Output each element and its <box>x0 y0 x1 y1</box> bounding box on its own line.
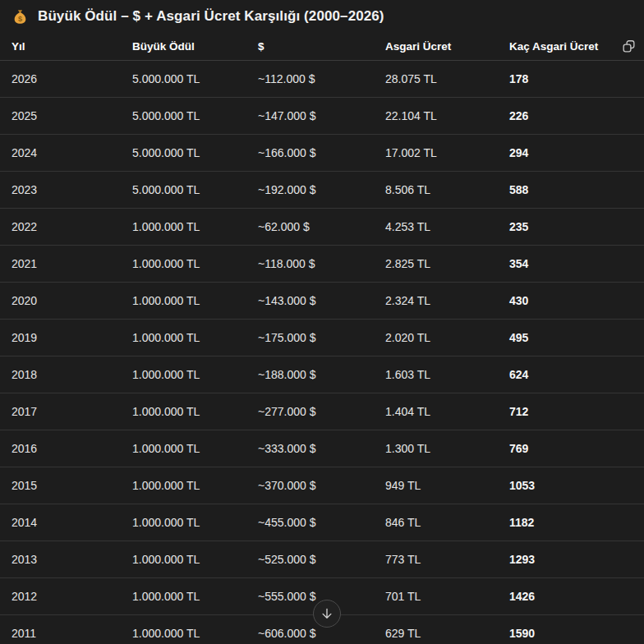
cell-ratio: 178 <box>509 60 644 97</box>
cell-year: 2018 <box>0 356 132 393</box>
cell-ratio: 1182 <box>509 504 644 540</box>
cell-year: 2026 <box>0 60 132 97</box>
cell-year: 2025 <box>0 97 132 134</box>
scroll-to-bottom-button[interactable] <box>313 600 341 628</box>
cell-year: 2024 <box>0 134 132 171</box>
cell-prize: 1.000.000 TL <box>132 393 258 430</box>
table-row: 2017 1.000.000 TL ~277.000 $ 1.404 TL 71… <box>0 393 644 430</box>
copy-table-button[interactable] <box>619 37 637 55</box>
cell-prize: 5.000.000 TL <box>132 97 258 134</box>
cell-prize: 1.000.000 TL <box>132 319 258 356</box>
cell-ratio: 235 <box>509 208 644 245</box>
cell-year: 2023 <box>0 171 132 208</box>
table-row: 2022 1.000.000 TL ~62.000 $ 4.253 TL 235 <box>0 208 644 245</box>
cell-year: 2014 <box>0 504 132 540</box>
cell-usd: ~118.000 $ <box>258 245 385 282</box>
header-row: Yıl Büyük Ödül $ Asgari Ücret Kaç Asgari… <box>0 33 644 60</box>
cell-ratio: 624 <box>509 356 644 393</box>
cell-ratio: 226 <box>509 97 644 134</box>
cell-ratio: 588 <box>509 171 644 208</box>
money-bag-icon: $ <box>12 8 29 25</box>
table-row: 2026 5.000.000 TL ~112.000 $ 28.075 TL 1… <box>0 60 644 97</box>
cell-min-wage: 1.404 TL <box>385 393 509 430</box>
cell-min-wage: 1.603 TL <box>385 356 509 393</box>
cell-ratio: 769 <box>509 430 644 467</box>
cell-usd: ~62.000 $ <box>258 208 385 245</box>
table-row: 2015 1.000.000 TL ~370.000 $ 949 TL 1053 <box>0 467 644 504</box>
cell-usd: ~277.000 $ <box>258 393 385 430</box>
table-row: 2016 1.000.000 TL ~333.000 $ 1.300 TL 76… <box>0 430 644 467</box>
cell-year: 2015 <box>0 467 132 504</box>
cell-year: 2017 <box>0 393 132 430</box>
cell-min-wage: 629 TL <box>385 614 509 644</box>
cell-min-wage: 28.075 TL <box>385 60 509 97</box>
cell-year: 2022 <box>0 208 132 245</box>
cell-usd: ~112.000 $ <box>258 60 385 97</box>
table-title: Büyük Ödül – $ + Asgari Ücret Karşılığı … <box>38 8 384 25</box>
cell-year: 2020 <box>0 282 132 319</box>
cell-min-wage: 4.253 TL <box>385 208 509 245</box>
table-title-bar: $ Büyük Ödül – $ + Asgari Ücret Karşılığ… <box>0 0 644 33</box>
column-header-usd: $ <box>258 33 385 60</box>
cell-prize: 5.000.000 TL <box>132 134 258 171</box>
cell-min-wage: 8.506 TL <box>385 171 509 208</box>
column-header-ratio-label: Kaç Asgari Ücret <box>509 40 598 53</box>
table-row: 2013 1.000.000 TL ~525.000 $ 773 TL 1293 <box>0 540 644 577</box>
cell-year: 2012 <box>0 577 132 614</box>
data-table: Yıl Büyük Ödül $ Asgari Ücret Kaç Asgari… <box>0 33 644 644</box>
table-row: 2018 1.000.000 TL ~188.000 $ 1.603 TL 62… <box>0 356 644 393</box>
table-row: 2023 5.000.000 TL ~192.000 $ 8.506 TL 58… <box>0 171 644 208</box>
cell-ratio: 1426 <box>509 577 644 614</box>
table-row: 2019 1.000.000 TL ~175.000 $ 2.020 TL 49… <box>0 319 644 356</box>
svg-text:$: $ <box>18 15 22 23</box>
cell-min-wage: 1.300 TL <box>385 430 509 467</box>
table-row: 2021 1.000.000 TL ~118.000 $ 2.825 TL 35… <box>0 245 644 282</box>
table-row: 2014 1.000.000 TL ~455.000 $ 846 TL 1182 <box>0 504 644 540</box>
cell-min-wage: 846 TL <box>385 504 509 540</box>
cell-min-wage: 2.324 TL <box>385 282 509 319</box>
cell-usd: ~166.000 $ <box>258 134 385 171</box>
cell-prize: 1.000.000 TL <box>132 245 258 282</box>
arrow-down-icon <box>320 606 334 621</box>
cell-year: 2011 <box>0 614 132 644</box>
cell-usd: ~188.000 $ <box>258 356 385 393</box>
cell-min-wage: 773 TL <box>385 540 509 577</box>
cell-prize: 1.000.000 TL <box>132 208 258 245</box>
column-header-min-wage: Asgari Ücret <box>385 33 509 60</box>
cell-ratio: 294 <box>509 134 644 171</box>
cell-year: 2019 <box>0 319 132 356</box>
cell-ratio: 712 <box>509 393 644 430</box>
table-body: 2026 5.000.000 TL ~112.000 $ 28.075 TL 1… <box>0 60 644 644</box>
cell-min-wage: 22.104 TL <box>385 97 509 134</box>
column-header-year: Yıl <box>0 33 132 60</box>
cell-ratio: 1053 <box>509 467 644 504</box>
cell-ratio: 354 <box>509 245 644 282</box>
cell-prize: 1.000.000 TL <box>132 504 258 540</box>
cell-ratio: 495 <box>509 319 644 356</box>
cell-min-wage: 2.825 TL <box>385 245 509 282</box>
cell-year: 2021 <box>0 245 132 282</box>
table-row: 2024 5.000.000 TL ~166.000 $ 17.002 TL 2… <box>0 134 644 171</box>
cell-usd: ~455.000 $ <box>258 504 385 540</box>
cell-usd: ~143.000 $ <box>258 282 385 319</box>
cell-usd: ~175.000 $ <box>258 319 385 356</box>
cell-prize: 1.000.000 TL <box>132 540 258 577</box>
cell-prize: 1.000.000 TL <box>132 356 258 393</box>
cell-min-wage: 949 TL <box>385 467 509 504</box>
cell-min-wage: 17.002 TL <box>385 134 509 171</box>
cell-usd: ~333.000 $ <box>258 430 385 467</box>
cell-ratio: 1590 <box>509 614 644 644</box>
column-header-ratio: Kaç Asgari Ücret <box>509 33 644 60</box>
cell-year: 2013 <box>0 540 132 577</box>
cell-prize: 1.000.000 TL <box>132 467 258 504</box>
cell-min-wage: 701 TL <box>385 577 509 614</box>
cell-min-wage: 2.020 TL <box>385 319 509 356</box>
table-row: 2020 1.000.000 TL ~143.000 $ 2.324 TL 43… <box>0 282 644 319</box>
cell-prize: 1.000.000 TL <box>132 614 258 644</box>
cell-prize: 5.000.000 TL <box>132 171 258 208</box>
table-row: 2025 5.000.000 TL ~147.000 $ 22.104 TL 2… <box>0 97 644 134</box>
cell-usd: ~192.000 $ <box>258 171 385 208</box>
cell-usd: ~370.000 $ <box>258 467 385 504</box>
cell-prize: 5.000.000 TL <box>132 60 258 97</box>
cell-prize: 1.000.000 TL <box>132 430 258 467</box>
